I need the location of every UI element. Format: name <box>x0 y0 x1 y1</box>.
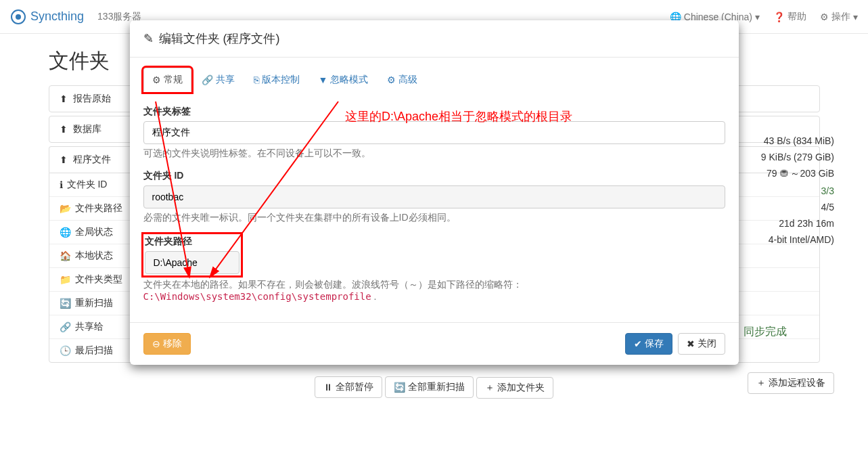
right-stats: 43 B/s (834 MiB) 9 KiB/s (279 GiB) 79 ⛃ … <box>761 135 834 250</box>
syncthing-logo-icon <box>10 9 26 25</box>
folder-path-input[interactable] <box>145 251 239 274</box>
folder-label-input[interactable] <box>143 121 725 144</box>
folder-id-input[interactable] <box>143 185 725 208</box>
rescan-all-button[interactable]: 🔄全部重新扫描 <box>385 376 474 398</box>
tab-general[interactable]: ⚙常规 <box>143 68 191 92</box>
modal-footer: ⊖移除 ✔保存 ✖关闭 <box>130 322 739 365</box>
share-icon: 🔗 <box>60 322 71 332</box>
disk-icon: ⛃ <box>780 168 788 179</box>
folder-icon: 📁 <box>60 274 71 285</box>
refresh-icon: 🔄 <box>394 382 405 393</box>
caret-down-icon: ▾ <box>755 12 760 22</box>
caret-down-icon: ▾ <box>853 12 858 22</box>
folder-path-title: 文件夹路径 <box>145 236 239 248</box>
close-icon: ✖ <box>687 338 695 349</box>
modal-header: ✎ 编辑文件夹 (程序文件) <box>130 20 739 58</box>
plus-icon: ＋ <box>756 377 766 389</box>
refresh-icon: 🔄 <box>60 298 71 309</box>
brand-text: Syncthing <box>30 9 84 24</box>
question-icon: ❓ <box>773 12 785 22</box>
folder-id-help: 必需的文件夹唯一标识。同一个文件夹在集群中的所有设备上ID必须相同。 <box>143 212 725 224</box>
folder-open-icon: 📂 <box>60 203 71 214</box>
annotation-text: 这里的D:\Apache相当于忽略模式的根目录 <box>345 108 572 125</box>
folder-path-help: 文件夹在本地的路径。如果不存在，则会被创建。波浪线符号（～）是如下路径的缩略符：… <box>143 279 725 302</box>
cogs-icon: ⚙ <box>387 74 396 85</box>
check-icon: ✔ <box>634 338 642 349</box>
save-button[interactable]: ✔保存 <box>625 333 672 355</box>
info-icon: ℹ <box>60 179 63 190</box>
pause-all-button[interactable]: ⏸全部暂停 <box>315 376 382 398</box>
upload-icon: ⬆ <box>60 154 68 165</box>
minus-icon: ⊖ <box>152 338 160 349</box>
close-button[interactable]: ✖关闭 <box>678 333 725 355</box>
sync-done-label: 同步完成 <box>744 325 787 339</box>
share-icon: 🔗 <box>202 74 213 85</box>
tab-sharing[interactable]: 🔗共享 <box>193 68 244 92</box>
gear-icon: ⚙ <box>820 12 829 22</box>
copy-icon: ⎘ <box>254 74 259 85</box>
add-remote-device-button[interactable]: ＋添加远程设备 <box>748 372 834 394</box>
upload-icon: ⬆ <box>60 124 68 135</box>
plus-icon: ＋ <box>485 382 495 394</box>
folder-footer-buttons: ⏸全部暂停 🔄全部重新扫描 ＋添加文件夹 <box>49 376 820 399</box>
modal-tabs: ⚙常规 🔗共享 ⎘版本控制 ▼忽略模式 ⚙高级 <box>143 68 725 92</box>
folder-id-title: 文件夹 ID <box>143 170 725 182</box>
tab-advanced[interactable]: ⚙高级 <box>378 68 426 92</box>
pencil-icon: ✎ <box>143 31 154 46</box>
help-link[interactable]: ❓ 帮助 <box>773 11 806 23</box>
tab-ignore[interactable]: ▼忽略模式 <box>310 68 378 92</box>
actions-dropdown[interactable]: ⚙ 操作 ▾ <box>820 11 858 23</box>
brand[interactable]: Syncthing <box>10 9 84 25</box>
modal-title: 编辑文件夹 (程序文件) <box>159 30 280 47</box>
tab-versioning[interactable]: ⎘版本控制 <box>245 68 309 92</box>
pause-icon: ⏸ <box>323 382 333 393</box>
folder-label-help: 可选的文件夹说明性标签。在不同设备上可以不一致。 <box>143 148 725 160</box>
globe-icon: 🌐 <box>60 227 71 238</box>
clock-icon: 🕒 <box>60 345 71 356</box>
gear-icon: ⚙ <box>152 74 161 85</box>
remove-button[interactable]: ⊖移除 <box>143 333 191 355</box>
filter-icon: ▼ <box>319 74 328 85</box>
home-icon: 🏠 <box>60 250 71 261</box>
svg-point-1 <box>16 14 21 20</box>
upload-icon: ⬆ <box>60 93 68 104</box>
add-folder-button[interactable]: ＋添加文件夹 <box>476 377 553 399</box>
edit-folder-modal: ✎ 编辑文件夹 (程序文件) ⚙常规 🔗共享 ⎘版本控制 ▼忽略模式 ⚙高级 文… <box>130 20 739 365</box>
